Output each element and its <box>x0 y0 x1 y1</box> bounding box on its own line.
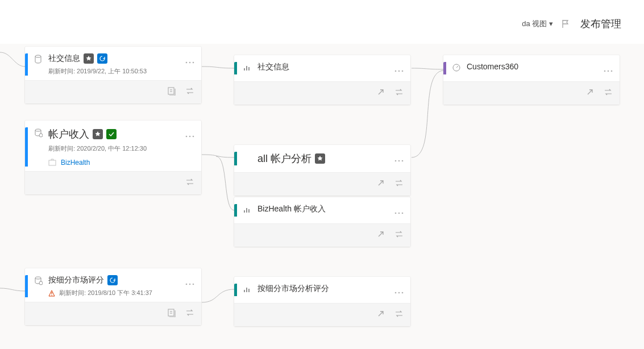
svg-point-14 <box>186 284 188 285</box>
more-icon[interactable] <box>394 206 404 217</box>
workspace-icon <box>48 159 56 167</box>
report-icon[interactable] <box>167 86 176 98</box>
swap-icon[interactable] <box>185 86 194 98</box>
badge-endorse-icon <box>315 153 325 164</box>
svg-point-31 <box>604 70 606 72</box>
more-icon[interactable] <box>185 277 194 288</box>
dataflow-icon <box>34 128 43 138</box>
svg-point-1 <box>186 62 188 64</box>
svg-point-27 <box>395 292 397 294</box>
svg-rect-7 <box>49 160 56 165</box>
swap-icon[interactable] <box>394 230 404 241</box>
workspace-name: BizHealth <box>61 159 90 167</box>
svg-point-33 <box>611 70 613 72</box>
publish-management-link[interactable]: 发布管理 <box>580 17 621 31</box>
card-accent <box>234 204 237 217</box>
workspace-link[interactable]: BizHealth <box>48 159 185 167</box>
bar-chart-icon <box>243 205 252 214</box>
svg-point-26 <box>402 213 404 214</box>
svg-point-19 <box>398 70 400 72</box>
report-card-social[interactable]: 社交信息 <box>234 55 410 105</box>
svg-point-13 <box>51 294 52 295</box>
svg-point-32 <box>608 70 609 72</box>
svg-point-11 <box>35 277 41 279</box>
open-icon[interactable] <box>376 178 385 190</box>
svg-rect-4 <box>168 88 174 94</box>
swap-icon[interactable] <box>394 178 404 190</box>
more-icon[interactable] <box>394 286 404 296</box>
card-title: Customers360 <box>467 62 518 71</box>
open-icon[interactable] <box>376 88 385 99</box>
report-card-bizhealth-income[interactable]: BizHealth 帐户收入 <box>234 197 410 247</box>
dashboard-card-customers360[interactable]: Customers360 <box>443 55 620 105</box>
svg-point-15 <box>189 284 191 285</box>
more-icon[interactable] <box>394 64 404 74</box>
refresh-time: 刷新时间: 2019/8/10 下午 3:41:37 <box>48 289 185 297</box>
svg-point-3 <box>193 62 194 64</box>
lineage-canvas: 社交信息 刷新时间: 2019/9/22, 上午 10:50:53 帐户收入 <box>0 44 644 349</box>
warning-icon <box>48 290 55 297</box>
card-footer <box>443 81 620 105</box>
card-title: BizHealth 帐户收入 <box>257 204 326 214</box>
gauge-icon <box>452 63 461 72</box>
swap-icon[interactable] <box>185 177 194 189</box>
dataflow-icon <box>34 276 43 285</box>
badge-refresh-icon <box>97 53 107 64</box>
report-card-account-analysis[interactable]: all 帐户分析 <box>234 145 410 196</box>
bar-chart-icon <box>243 285 252 294</box>
svg-point-20 <box>402 70 404 72</box>
dataset-card-account-income[interactable]: 帐户收入 刷新时间: 2020/2/20, 中午 12:12:30 BizHea… <box>25 121 201 194</box>
svg-point-0 <box>35 55 41 57</box>
swap-icon[interactable] <box>394 309 404 321</box>
view-dropdown[interactable]: da 视图 ▾ <box>522 19 553 29</box>
more-icon[interactable] <box>394 154 404 164</box>
open-icon[interactable] <box>376 230 385 241</box>
card-title: 按细分市场评分 <box>48 275 104 285</box>
swap-icon[interactable] <box>394 88 404 99</box>
card-footer <box>25 80 201 103</box>
flag-icon <box>561 19 570 28</box>
svg-point-23 <box>402 160 404 162</box>
dataset-card-segment-rating[interactable]: 按细分市场评分 刷新时间: 2019/8/10 下午 3:41:37 <box>25 268 201 325</box>
swap-icon[interactable] <box>185 308 194 319</box>
svg-point-21 <box>395 160 397 162</box>
svg-point-2 <box>189 62 191 64</box>
card-footer <box>234 172 410 196</box>
dataset-card-social[interactable]: 社交信息 刷新时间: 2019/9/22, 上午 10:50:53 <box>25 47 201 103</box>
card-footer <box>25 171 201 194</box>
bar-chart-icon <box>243 63 252 72</box>
more-icon[interactable] <box>185 130 194 140</box>
card-accent <box>234 152 237 165</box>
open-icon[interactable] <box>585 88 595 99</box>
database-icon <box>34 55 43 64</box>
svg-point-29 <box>402 292 404 294</box>
card-title: 社交信息 <box>257 62 289 72</box>
svg-point-16 <box>193 284 194 285</box>
card-title: all 帐户分析 <box>257 152 311 165</box>
badge-refresh-icon <box>107 275 118 285</box>
svg-point-18 <box>395 70 397 72</box>
badge-endorse-icon <box>93 129 103 139</box>
card-accent <box>443 62 446 74</box>
svg-point-9 <box>189 136 191 138</box>
more-icon[interactable] <box>185 56 194 66</box>
card-footer <box>234 303 410 326</box>
report-icon[interactable] <box>167 308 176 319</box>
swap-icon[interactable] <box>604 88 613 99</box>
card-footer <box>234 223 410 247</box>
card-accent <box>25 127 28 167</box>
card-title: 社交信息 <box>48 53 80 64</box>
svg-point-28 <box>398 292 400 294</box>
refresh-time: 刷新时间: 2019/9/22, 上午 10:50:53 <box>48 67 185 76</box>
svg-point-6 <box>39 134 43 137</box>
badge-certified-icon <box>106 129 117 139</box>
card-accent <box>25 275 28 297</box>
svg-point-10 <box>193 136 194 138</box>
refresh-time: 刷新时间: 2020/2/20, 中午 12:12:30 <box>48 144 185 153</box>
more-icon[interactable] <box>604 64 613 74</box>
svg-point-25 <box>398 213 400 214</box>
open-icon[interactable] <box>376 309 385 321</box>
svg-point-12 <box>39 281 43 285</box>
report-card-segment-analysis[interactable]: 按细分市场分析评分 <box>234 277 410 326</box>
card-title: 按细分市场分析评分 <box>257 284 329 294</box>
